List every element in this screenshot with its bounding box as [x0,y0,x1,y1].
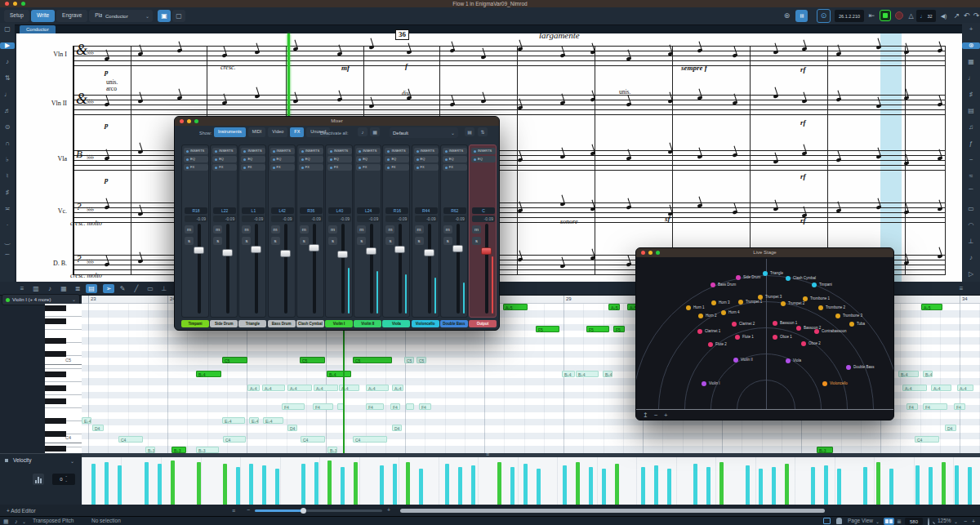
mute-button[interactable]: m [242,225,251,234]
stage-instrument-dot[interactable] [736,275,741,280]
fx-button[interactable]: FX [241,164,265,171]
channel-label[interactable]: Output [469,320,497,327]
notes-panel-icon[interactable]: ⊛ [962,42,980,49]
pan-control[interactable]: R18 [185,207,207,214]
frame-select-icon[interactable] [823,518,831,524]
stage-instrument-dot[interactable] [686,305,691,310]
note-display-icon[interactable]: ♪ [15,518,18,524]
mixer-strip-bass-drum[interactable]: INSERTSEQFXL42-0.09ms [268,145,296,318]
stage-instrument-dot[interactable] [818,305,823,310]
panel-toggle-icon[interactable]: ▢ [0,26,15,33]
velocity-bar[interactable] [837,469,841,505]
eq-button[interactable]: EQ [212,156,237,162]
stage-area[interactable]: TriangleSide DrumClash CymbalBass DrumTi… [636,257,894,409]
velocity-bar[interactable] [91,464,96,505]
eq-button[interactable]: EQ [385,156,409,162]
stage-instrument-dot[interactable] [814,329,819,334]
velocity-bar[interactable] [654,465,658,505]
fx-button[interactable]: FX [356,164,381,171]
gain-value[interactable]: -0.09 [213,216,236,222]
channel-label[interactable]: Bass Drum [268,320,296,327]
marquee-tool-icon[interactable]: ▭ [145,284,156,293]
respell-icon[interactable]: ⇅ [0,75,15,82]
eq-button[interactable]: EQ [270,156,295,162]
page-number-stepper[interactable]: 580 [905,518,923,525]
page-arrangement-icon[interactable] [884,518,894,525]
stage-instrument-dot[interactable] [710,283,715,287]
mute-button[interactable]: m [472,225,481,234]
velocity-bar[interactable] [419,469,423,505]
gain-value[interactable]: -0.09 [357,216,380,222]
velocity-bar[interactable] [262,465,266,505]
pan-control[interactable]: R44 [415,207,438,214]
zoom-slider-knob[interactable] [301,508,306,514]
velocity-bar[interactable] [537,469,541,505]
solo-button[interactable]: s [385,237,394,245]
zoom-in-button[interactable]: + [972,518,975,524]
chevron-down-icon[interactable]: ⌄ [22,519,26,524]
stage-instrument-dot[interactable] [849,322,854,327]
velocity-bar[interactable] [785,464,789,505]
pan-control[interactable]: L24 [357,207,380,214]
rewind-icon[interactable]: ⇤ [866,10,878,22]
page-stack-icon[interactable]: ≣ [897,518,902,524]
stage-instrument-dot[interactable] [822,381,827,386]
histogram-icon[interactable] [33,474,44,485]
tempo-display[interactable]: ♩32 [916,10,936,22]
stage-instrument-dot[interactable] [773,321,777,326]
record-button[interactable] [895,11,903,20]
stage-instrument-dot[interactable] [812,283,817,287]
mute-button[interactable]: m [385,225,394,234]
techniques-icon[interactable]: ⊥ [962,238,980,245]
inserts-button[interactable]: INSERTS [443,148,467,154]
fader-handle[interactable] [366,247,376,255]
stage-instrument-dot[interactable] [697,329,702,334]
live-stage-title-bar[interactable]: Live Stage [636,248,893,257]
grace-note-icon[interactable]: ♬ [0,108,15,114]
velocity-lane-label[interactable]: Velocity [13,458,31,464]
keypad-icon[interactable]: ▦ [962,59,980,65]
eq-button[interactable]: EQ [299,156,323,162]
velocity-bar[interactable] [327,460,332,505]
mixer-window[interactable]: Mixer Show: InstrumentsMIDIVideoFXUnused… [174,116,500,331]
eq-button[interactable]: EQ [414,156,439,162]
horizontal-scrollbar[interactable] [400,509,825,513]
pan-control[interactable]: L1 [242,207,265,214]
stage-instrument-dot[interactable] [786,358,791,363]
flat-icon[interactable]: ♭ [0,157,15,163]
live-stage-window[interactable]: Live Stage TriangleSide DrumClash Cymbal… [635,247,894,420]
gain-value[interactable]: -0.09 [300,216,323,222]
stage-instrument-dot[interactable] [801,341,806,346]
mixer-strip-output[interactable]: INSERTSEQC-0.09ms [469,145,497,318]
stage-instrument-dot[interactable] [835,314,840,318]
velocity-bar[interactable] [158,464,162,505]
gain-value[interactable]: -0.09 [328,216,351,222]
fader-handle[interactable] [309,244,319,251]
chevron-down-icon[interactable]: ⌄ [70,459,74,464]
duration-icon[interactable]: ♩ [0,91,15,98]
chevron-down-icon[interactable]: ⌄ [954,519,958,524]
mixer-strip-violoncello[interactable]: INSERTSEQFXR44-0.09ms [412,145,439,318]
channel-label[interactable]: Clash Cymbal [296,320,324,327]
velocity-bar[interactable] [301,464,305,505]
eq-button[interactable]: EQ [241,156,265,162]
erase-tool-icon[interactable]: ⊥ [158,284,170,293]
lane-menu-icon[interactable]: ≡ [232,508,235,514]
lines-icon[interactable]: ≈ [962,173,980,180]
velocity-bar[interactable] [876,462,880,505]
fx-button[interactable]: FX [212,164,237,171]
zoom-out-button[interactable]: − [964,518,967,524]
eq-button[interactable]: EQ [327,156,352,162]
inserts-button[interactable]: INSERTS [356,148,381,154]
deactivate-all-button-1[interactable]: ♪ [358,127,368,136]
inserts-button[interactable]: INSERTS [270,148,295,154]
stage-instrument-dot[interactable] [738,300,743,305]
mixer-icon[interactable]: ≡ [795,10,808,22]
inserts-button[interactable]: INSERTS [327,148,352,154]
mute-button[interactable]: m [300,225,309,234]
mixer-filter-midi[interactable]: MIDI [248,127,266,137]
mute-button[interactable]: m [443,225,452,234]
velocity-bar[interactable] [445,464,449,505]
hand-tool-icon[interactable] [836,518,842,524]
grid-settings-icon[interactable]: ▦ [58,284,69,293]
